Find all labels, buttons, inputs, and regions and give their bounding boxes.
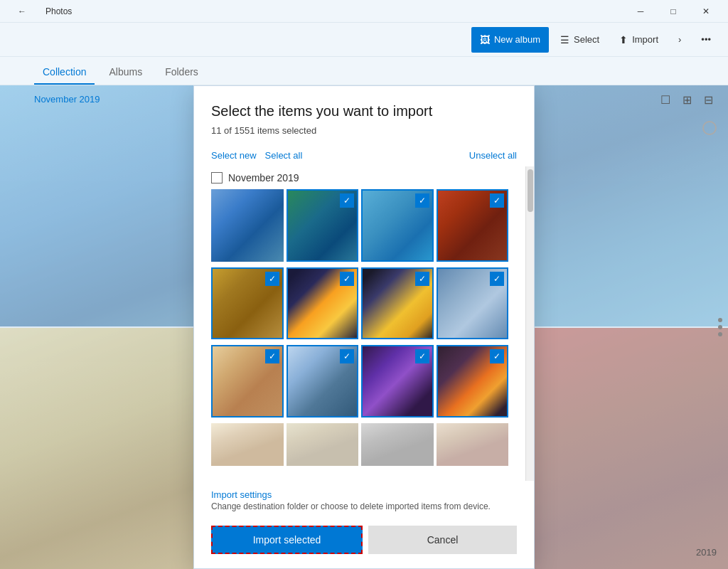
modal-overlay: Select the items you want to import 11 o…: [0, 85, 728, 569]
cancel-button[interactable]: Cancel: [368, 526, 517, 554]
check-icon-10: ✓: [340, 349, 354, 363]
back-button[interactable]: ←: [6, 0, 38, 23]
photo-thumb-7[interactable]: ✓: [361, 267, 434, 340]
tab-collection-label: Collection: [43, 66, 86, 78]
maximize-button[interactable]: □: [657, 0, 690, 23]
main-content: November 2019 ☐ ⊞ ⊟ 2019 Select the item…: [0, 85, 728, 569]
photo-thumb-11[interactable]: ✓: [361, 345, 434, 418]
month-label: November 2019: [228, 172, 299, 184]
photo-grid-row-4: [211, 423, 508, 482]
check-icon-9: ✓: [265, 349, 279, 363]
photo-thumb-4[interactable]: ✓: [437, 189, 509, 262]
photo-thumb-16[interactable]: [437, 423, 509, 482]
import-button[interactable]: ⬆ Import: [611, 27, 667, 53]
month-checkbox[interactable]: [211, 172, 223, 184]
dialog-title: Select the items you want to import: [211, 103, 517, 119]
scrollbar-thumb[interactable]: [528, 169, 533, 212]
check-icon-8: ✓: [490, 272, 504, 286]
title-bar-left: ← Photos: [6, 0, 72, 23]
back-icon: ←: [18, 6, 26, 16]
new-album-button[interactable]: 🖼 New album: [471, 27, 549, 53]
photo-overlay-7: ✓: [361, 267, 434, 340]
photo-overlay-5: ✓: [211, 267, 284, 340]
select-new-link[interactable]: Select new: [211, 150, 257, 161]
check-icon-11: ✓: [415, 349, 429, 363]
photo-thumb-2[interactable]: ✓: [287, 189, 359, 262]
select-button[interactable]: ☰ Select: [552, 27, 608, 53]
photo-thumb-5[interactable]: ✓: [211, 267, 284, 340]
check-icon-4: ✓: [490, 193, 504, 208]
photo-img-16: [437, 423, 509, 466]
photo-grid-row-2: ✓ ✓ ✓: [211, 267, 508, 346]
dialog-footer: Import selected Cancel: [194, 517, 534, 568]
chevron-right-icon: ›: [678, 34, 681, 45]
photo-grid-row-1: ✓ ✓ ✓: [211, 189, 508, 267]
photo-thumb-15[interactable]: [361, 423, 434, 482]
photo-overlay-8: ✓: [437, 267, 509, 340]
photo-overlay-12: ✓: [437, 345, 509, 418]
window-controls: ─ □ ✕: [624, 0, 722, 23]
photo-overlay-11: ✓: [361, 345, 434, 418]
check-icon-7: ✓: [415, 272, 429, 286]
unselect-all-link[interactable]: Unselect all: [469, 150, 517, 161]
photo-thumb-9[interactable]: ✓: [211, 345, 284, 418]
photo-overlay-3: ✓: [361, 189, 434, 262]
command-bar: 🖼 New album ☰ Select ⬆ Import › •••: [0, 23, 728, 57]
dialog-subtitle: 11 of 1551 items selected: [211, 125, 517, 136]
minimize-button[interactable]: ─: [624, 0, 657, 23]
tab-folders-label: Folders: [165, 66, 198, 78]
dialog-scrollbar[interactable]: [525, 166, 534, 481]
photo-img-15: [361, 423, 434, 466]
photo-thumb-10[interactable]: ✓: [287, 345, 359, 418]
check-icon-12: ✓: [490, 349, 504, 363]
dialog-header: Select the items you want to import 11 o…: [194, 86, 534, 144]
close-button[interactable]: ✕: [690, 0, 722, 23]
import-dialog: Select the items you want to import 11 o…: [193, 85, 535, 569]
import-settings-desc: Change destination folder or choose to d…: [211, 501, 517, 511]
dialog-actions-top: Select new Select all Unselect all: [194, 144, 534, 166]
chevron-button[interactable]: ›: [670, 27, 690, 53]
more-button[interactable]: •••: [692, 27, 719, 53]
photo-thumb-6[interactable]: ✓: [287, 267, 359, 340]
import-settings-link[interactable]: Import settings: [211, 489, 517, 500]
select-icon: ☰: [560, 34, 569, 46]
photo-grid-row-3: ✓ ✓ ✓: [211, 345, 508, 423]
tab-folders[interactable]: Folders: [156, 60, 207, 85]
month-label-row: November 2019: [211, 166, 508, 189]
app-title: Photos: [46, 6, 72, 16]
check-icon-3: ✓: [415, 193, 429, 208]
title-bar: ← Photos ─ □ ✕: [0, 0, 728, 23]
photo-overlay-4: ✓: [437, 189, 509, 262]
photo-thumb-12[interactable]: ✓: [437, 345, 509, 418]
nav-tabs: Collection Albums Folders: [0, 57, 728, 85]
check-icon-6: ✓: [340, 272, 354, 286]
photo-thumb-1[interactable]: [211, 189, 284, 262]
check-icon-5: ✓: [265, 272, 279, 286]
tab-albums-label: Albums: [109, 66, 142, 78]
import-selected-button[interactable]: Import selected: [211, 526, 363, 554]
photo-overlay-6: ✓: [287, 267, 359, 340]
select-all-link[interactable]: Select all: [265, 150, 303, 161]
tab-albums[interactable]: Albums: [100, 60, 151, 85]
photo-thumb-14[interactable]: [287, 423, 359, 482]
photo-thumb-13[interactable]: [211, 423, 284, 482]
import-icon: ⬆: [619, 34, 628, 46]
select-links: Select new Select all: [211, 150, 302, 161]
select-label: Select: [574, 34, 599, 45]
photo-overlay-1: [211, 189, 284, 262]
more-icon: •••: [701, 34, 711, 45]
new-album-label: New album: [494, 34, 540, 45]
dialog-scroll[interactable]: November 2019 ✓: [194, 166, 525, 481]
new-album-icon: 🖼: [480, 34, 490, 46]
photo-overlay-10: ✓: [287, 345, 359, 418]
dialog-scroll-container: November 2019 ✓: [194, 166, 534, 481]
photo-img-14: [287, 423, 359, 466]
photo-overlay-9: ✓: [211, 345, 284, 418]
check-icon-2: ✓: [340, 193, 354, 208]
tab-collection[interactable]: Collection: [34, 60, 95, 85]
photo-img-13: [211, 423, 284, 466]
photo-thumb-3[interactable]: ✓: [361, 189, 434, 262]
photo-overlay-2: ✓: [287, 189, 359, 262]
import-settings-section: Import settings Change destination folde…: [194, 481, 534, 517]
photo-thumb-8[interactable]: ✓: [437, 267, 509, 340]
